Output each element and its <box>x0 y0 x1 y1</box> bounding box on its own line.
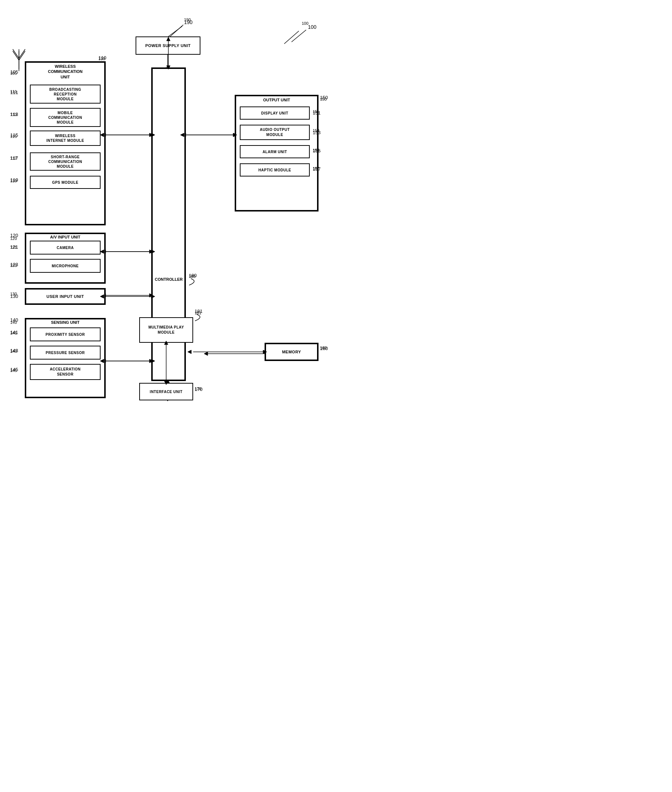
audio-output-box: AUDIO OUTPUTMODULE <box>240 125 310 140</box>
short-range-box: SHORT-RANGECOMMUNICATIONMODULE <box>30 152 101 171</box>
ref-190: 190 <box>184 18 190 22</box>
av-input-outer-box <box>25 232 106 284</box>
user-input-box: USER INPUT UNIT <box>25 288 106 305</box>
wireless-internet-box: WIRELESSINTERNET MODULE <box>30 131 101 146</box>
ref-115: 115 <box>10 134 17 139</box>
ref-151: 151 <box>313 109 319 114</box>
controller-label: CONTROLLER <box>154 277 184 282</box>
ref-160: 160 <box>320 346 326 350</box>
svg-line-31 <box>168 26 182 37</box>
ref-141: 141 <box>10 331 17 335</box>
display-box: DISPLAY UNIT <box>240 106 310 120</box>
ref-121: 121 <box>10 245 17 249</box>
proximity-box: PROXIMITY SENSOR <box>30 327 101 341</box>
svg-line-35 <box>19 49 25 58</box>
ref-123: 123 <box>10 263 17 268</box>
svg-marker-25 <box>204 352 208 356</box>
ref-105: 105 <box>10 71 17 75</box>
antenna-symbol <box>11 47 29 71</box>
ref-153: 153 <box>313 128 319 133</box>
ref-140: 140 <box>10 320 17 324</box>
ref-155: 155 <box>313 148 319 152</box>
mobile-comm-box: MOBILECOMMUNICATIONMODULE <box>30 108 101 127</box>
ref-111: 111 <box>10 89 17 94</box>
output-label: OUTPUT UNIT <box>238 98 315 102</box>
diagram: 100 190 105 110 POWER SUPPLY UNIT WIRELE… <box>0 0 366 459</box>
ref-100: 100 <box>302 21 308 26</box>
ref-150: 150 <box>320 97 326 101</box>
svg-line-30 <box>284 31 299 44</box>
interface-box: INTERFACE UNIT <box>139 383 193 400</box>
sensing-label: SENSING UNIT <box>32 320 98 324</box>
svg-text:100: 100 <box>308 24 317 30</box>
ref-113: 113 <box>10 112 17 117</box>
pressure-box: PRESSURE SENSOR <box>30 346 101 359</box>
haptic-box: HAPTIC MODULE <box>240 164 310 176</box>
wireless-comm-label: WIRELESSCOMMUNICATIONUNIT <box>32 64 98 80</box>
ref-130: 130 <box>10 292 17 296</box>
ref-181: 181 <box>195 311 201 315</box>
svg-line-61 <box>291 30 306 42</box>
ref-110: 110 <box>98 56 105 61</box>
power-supply-box: POWER SUPPLY UNIT <box>136 37 200 55</box>
camera-box: CAMERA <box>30 240 101 255</box>
multimedia-box: MULTIMEDIA PLAYMODULE <box>139 317 193 343</box>
ref-145: 145 <box>10 368 17 373</box>
broadcasting-box: BROADCASTINGRECEPTIONMODULE <box>30 85 101 104</box>
svg-marker-56 <box>188 350 191 354</box>
alarm-box: ALARM UNIT <box>240 145 310 158</box>
ref-117: 117 <box>10 156 17 160</box>
ref-119: 119 <box>10 179 17 183</box>
ref-157: 157 <box>313 166 319 171</box>
memory-box: MEMORY <box>265 343 318 361</box>
microphone-box: MICROPHONE <box>30 259 101 273</box>
svg-line-63 <box>170 25 183 37</box>
svg-line-33 <box>13 49 19 58</box>
ref-120: 120 <box>10 236 17 240</box>
acceleration-box: ACCELERATIONSENSOR <box>30 364 101 380</box>
gps-box: GPS MODULE <box>30 176 101 189</box>
av-input-label: A/V INPUT UNIT <box>32 235 98 239</box>
ref-170: 170 <box>195 386 201 391</box>
ref-143: 143 <box>10 349 17 353</box>
ref-180: 180 <box>189 274 195 279</box>
